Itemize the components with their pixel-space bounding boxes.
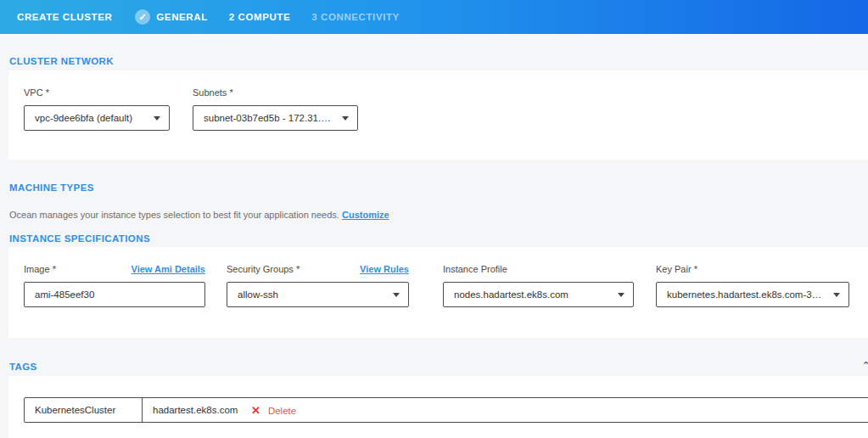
vpc-selected-value: vpc-9dee6bfa (default): [35, 113, 132, 123]
subnets-field: Subnets * subnet-03b7ed5b - 172.31.0.0/2…: [193, 87, 358, 131]
create-cluster-page: CREATE CLUSTER ✓ GENERAL 2 COMPUTE 3 CON…: [0, 0, 868, 438]
chevron-down-icon: [393, 293, 400, 297]
chevron-down-icon: [618, 293, 624, 297]
wizard-header: CREATE CLUSTER ✓ GENERAL 2 COMPUTE 3 CON…: [0, 0, 868, 34]
instance-profile-selected-value: nodes.hadartest.ek8s.com: [454, 289, 568, 300]
instance-profile-field: Instance Profile nodes.hadartest.ek8s.co…: [443, 264, 634, 307]
machine-types-description: Ocean manages your instance types select…: [9, 210, 339, 220]
security-groups-label: Security Groups *: [227, 264, 300, 274]
chevron-down-icon: [342, 116, 349, 121]
vpc-label: VPC *: [24, 87, 49, 98]
image-label: Image *: [24, 264, 56, 274]
tab-connectivity[interactable]: 3 CONNECTIVITY: [311, 12, 400, 22]
section-title-machine-types: MACHINE TYPES: [9, 182, 94, 193]
delete-x-icon: ✕: [251, 405, 260, 416]
delete-tag-label: Delete: [268, 406, 296, 416]
image-field: Image * View Ami Details: [24, 264, 205, 307]
tab-general[interactable]: ✓ GENERAL: [135, 9, 207, 25]
delete-tag-button[interactable]: ✕ Delete: [251, 397, 296, 424]
subnets-label: Subnets *: [193, 87, 233, 98]
check-icon: ✓: [135, 9, 150, 25]
section-title-cluster-network: CLUSTER NETWORK: [9, 56, 114, 66]
key-pair-selected-value: kubernetes.hadartest.ek8s.com-39:84:a5:9…: [667, 289, 826, 300]
vpc-select[interactable]: vpc-9dee6bfa (default): [24, 105, 170, 131]
tags-card: ✕ Delete: [8, 376, 868, 438]
machine-types-description-row: Ocean manages your instance types select…: [9, 210, 389, 220]
tab-compute-label: 2 COMPUTE: [229, 12, 291, 22]
subnets-selected-value: subnet-03b7ed5b - 172.31.0.0/20 ...: [204, 113, 335, 123]
tab-compute[interactable]: 2 COMPUTE: [229, 12, 291, 22]
section-title-tags: TAGS: [9, 362, 37, 372]
security-groups-select[interactable]: allow-ssh: [227, 282, 409, 307]
tab-general-label: GENERAL: [156, 12, 207, 22]
collapse-chevron-icon[interactable]: ⌃: [862, 360, 868, 371]
instance-profile-label: Instance Profile: [443, 264, 507, 274]
security-groups-field: Security Groups * View Rules allow-ssh: [227, 264, 409, 307]
view-rules-link[interactable]: View Rules: [360, 264, 409, 274]
image-input[interactable]: [24, 282, 205, 307]
chevron-down-icon: [154, 116, 160, 121]
cluster-network-card: VPC * vpc-9dee6bfa (default) Subnets * s…: [8, 70, 868, 160]
instance-profile-select[interactable]: nodes.hadartest.ek8s.com: [443, 282, 634, 307]
chevron-down-icon: [833, 293, 840, 297]
tab-connectivity-label: 3 CONNECTIVITY: [311, 12, 400, 22]
instance-specifications-card: Image * View Ami Details Security Groups…: [8, 247, 868, 338]
key-pair-field: Key Pair * kubernetes.hadartest.ek8s.com…: [656, 264, 849, 307]
key-pair-label: Key Pair *: [656, 264, 697, 274]
view-ami-details-link[interactable]: View Ami Details: [132, 264, 205, 274]
subnets-select[interactable]: subnet-03b7ed5b - 172.31.0.0/20 ...: [193, 105, 358, 131]
key-pair-select[interactable]: kubernetes.hadartest.ek8s.com-39:84:a5:9…: [656, 282, 849, 307]
customize-link[interactable]: Customize: [342, 210, 389, 220]
security-groups-selected-value: allow-ssh: [238, 289, 278, 300]
vpc-field: VPC * vpc-9dee6bfa (default): [24, 87, 170, 131]
section-title-instance-specifications: INSTANCE SPECIFICATIONS: [9, 233, 150, 244]
page-title: CREATE CLUSTER: [17, 12, 112, 22]
